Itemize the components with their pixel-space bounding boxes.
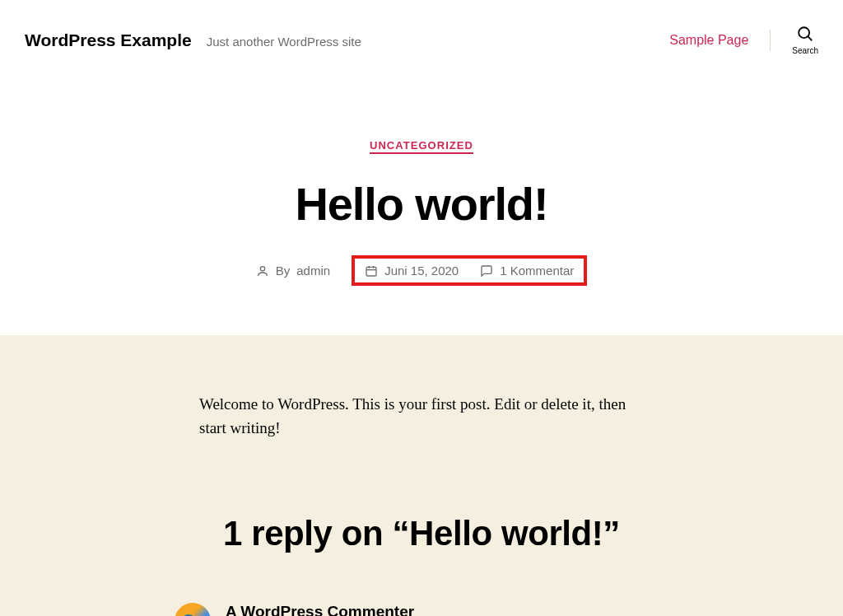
post-meta: By admin Juni 15, 2020 1 Kommentar (16, 255, 827, 286)
post-category-link[interactable]: UNCATEGORIZED (370, 139, 473, 154)
comment-meta: A WordPress Commenter Juni 15, 2020 at 3… (226, 603, 414, 616)
avatar (175, 603, 211, 616)
post-header: UNCATEGORIZED Hello world! By admin Juni… (0, 80, 843, 335)
header-left: WordPress Example Just another WordPress… (25, 30, 361, 50)
header-right: Sample Page Search (669, 25, 818, 55)
post-comments-link[interactable]: 1 Kommentar (500, 264, 574, 278)
calendar-icon (365, 264, 378, 278)
post-date-link[interactable]: Juni 15, 2020 (384, 264, 459, 278)
post-meta-comments: 1 Kommentar (480, 264, 574, 278)
author-by-text: By (276, 264, 291, 278)
site-title-link[interactable]: WordPress Example (25, 30, 192, 50)
svg-rect-3 (366, 267, 376, 276)
post-meta-date: Juni 15, 2020 (365, 264, 459, 278)
search-button[interactable]: Search (792, 25, 818, 55)
search-label: Search (792, 46, 818, 55)
site-tagline: Just another WordPress site (207, 35, 361, 49)
nav-sample-page[interactable]: Sample Page (669, 33, 748, 48)
replies-heading: 1 reply on “Hello world!” (199, 514, 644, 553)
post-title: Hello world! (16, 177, 827, 231)
post-content: Welcome to WordPress. This is your first… (199, 393, 644, 440)
comment-item: A WordPress Commenter Juni 15, 2020 at 3… (158, 603, 685, 616)
post-meta-author: By admin (256, 264, 330, 278)
svg-line-1 (808, 36, 812, 40)
content-wrap: Welcome to WordPress. This is your first… (183, 393, 660, 553)
comment-icon (480, 264, 493, 278)
content-section: Welcome to WordPress. This is your first… (0, 335, 843, 616)
nav-divider (770, 30, 771, 51)
site-header: WordPress Example Just another WordPress… (0, 0, 843, 80)
author-icon (256, 264, 269, 278)
post-author-link[interactable]: admin (296, 264, 330, 278)
svg-point-2 (260, 266, 264, 270)
search-icon (796, 25, 814, 43)
comment-author-link[interactable]: A WordPress Commenter (226, 603, 414, 616)
meta-highlight-box: Juni 15, 2020 1 Kommentar (352, 255, 587, 286)
svg-point-0 (799, 27, 809, 38)
